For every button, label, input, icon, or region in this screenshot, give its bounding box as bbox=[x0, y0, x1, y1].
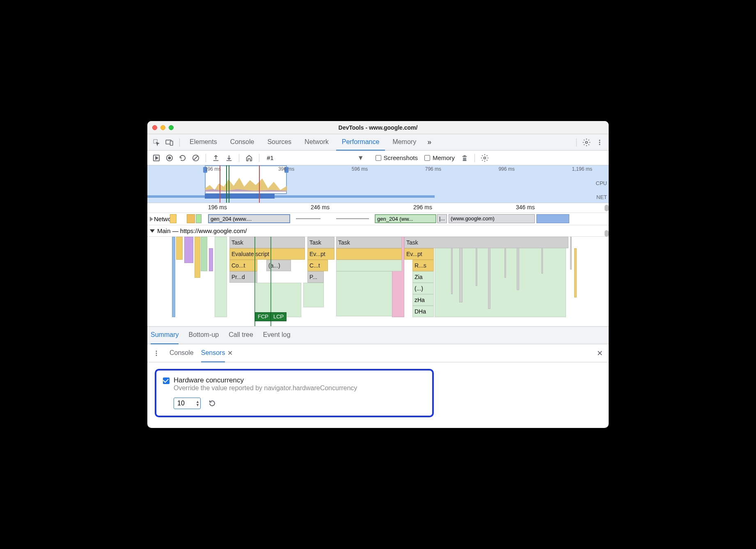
record-icon[interactable] bbox=[164, 152, 175, 164]
tab-memory[interactable]: Memory bbox=[387, 134, 422, 151]
number-stepper-icon[interactable]: ▲▼ bbox=[196, 400, 199, 407]
tab-sources[interactable]: Sources bbox=[261, 134, 297, 151]
download-icon[interactable] bbox=[223, 152, 235, 164]
reload-icon[interactable] bbox=[177, 152, 188, 164]
clear-icon[interactable] bbox=[190, 152, 202, 164]
timeline-ruler: 196 ms 246 ms 296 ms 346 ms bbox=[147, 203, 609, 213]
drawer-tab-sensors[interactable]: Sensors bbox=[201, 344, 225, 362]
flame-entry[interactable]: Co...t bbox=[229, 260, 257, 271]
flame-entry[interactable]: zHa bbox=[412, 294, 434, 306]
flame-entry[interactable]: (...) bbox=[412, 283, 434, 294]
more-tabs-icon[interactable]: » bbox=[424, 137, 435, 148]
flame-bar[interactable] bbox=[570, 237, 572, 270]
device-toolbar-icon[interactable] bbox=[164, 137, 175, 148]
svg-point-6 bbox=[599, 144, 600, 145]
hardware-concurrency-checkbox[interactable] bbox=[163, 377, 170, 384]
flame-entry[interactable]: Task bbox=[229, 237, 305, 248]
flame-bar[interactable] bbox=[215, 237, 227, 317]
net-label: NET bbox=[596, 194, 607, 200]
network-entry[interactable]: (www.google.com) bbox=[449, 214, 535, 223]
flame-bar[interactable] bbox=[172, 237, 175, 317]
profile-selector[interactable]: #1 bbox=[263, 154, 280, 161]
flame-entry[interactable]: C...t bbox=[307, 260, 328, 271]
cpu-mini-chart bbox=[205, 174, 287, 192]
flame-entry[interactable]: Task bbox=[307, 237, 334, 248]
checkbox-icon bbox=[376, 155, 381, 161]
screenshots-checkbox[interactable]: Screenshots bbox=[373, 154, 420, 161]
minimize-window-button[interactable] bbox=[160, 125, 165, 130]
flame-bar[interactable] bbox=[435, 237, 566, 317]
close-drawer-icon[interactable]: ✕ bbox=[594, 349, 605, 358]
flame-bar[interactable] bbox=[336, 271, 398, 316]
upload-icon[interactable] bbox=[210, 152, 222, 164]
drawer-tab-console[interactable]: Console bbox=[170, 344, 194, 362]
flame-bar[interactable] bbox=[303, 283, 324, 307]
network-entry[interactable]: gen_204 (www.... bbox=[208, 214, 290, 223]
subtab-call-tree[interactable]: Call tree bbox=[229, 326, 253, 344]
flame-entry[interactable] bbox=[336, 260, 402, 271]
tab-console[interactable]: Console bbox=[225, 134, 260, 151]
record-paused-icon[interactable] bbox=[151, 152, 162, 164]
flame-entry[interactable]: Task bbox=[404, 237, 568, 248]
cpu-label: CPU bbox=[596, 180, 607, 186]
flame-entry[interactable]: Task bbox=[336, 237, 402, 248]
reset-icon[interactable] bbox=[206, 398, 218, 409]
home-icon[interactable] bbox=[243, 152, 255, 164]
network-entry[interactable]: gen_204 (ww... bbox=[375, 214, 436, 223]
flame-entry[interactable]: Evaluate script bbox=[229, 248, 305, 260]
drawer-menu-icon[interactable] bbox=[151, 348, 162, 359]
network-track[interactable]: Network gen_204 (www.... gen_204 (ww... … bbox=[147, 213, 609, 225]
expand-icon[interactable] bbox=[150, 217, 153, 222]
flame-entry[interactable]: (a...) bbox=[266, 260, 291, 271]
zoom-window-button[interactable] bbox=[169, 125, 174, 130]
flame-entry[interactable]: R...s bbox=[412, 260, 434, 271]
flame-entry[interactable]: DHa bbox=[412, 306, 434, 317]
flame-entry[interactable]: Ev...pt bbox=[307, 248, 334, 260]
timing-marker[interactable]: FCP bbox=[255, 312, 271, 321]
close-window-button[interactable] bbox=[152, 125, 157, 130]
flame-bar[interactable] bbox=[184, 237, 193, 263]
detail-tabs: Summary Bottom-up Call tree Event log bbox=[147, 326, 609, 344]
flame-bar[interactable] bbox=[209, 248, 213, 271]
main-track-header[interactable]: Main — https://www.google.com/ bbox=[147, 225, 609, 237]
capture-settings-icon[interactable] bbox=[479, 152, 490, 164]
garbage-collect-icon[interactable] bbox=[459, 152, 470, 164]
scrollbar-thumb[interactable] bbox=[605, 205, 609, 211]
tab-elements[interactable]: Elements bbox=[184, 134, 223, 151]
flame-bar[interactable] bbox=[195, 237, 200, 278]
overview-ruler: 196 ms 396 ms 596 ms 796 ms 996 ms 1,196… bbox=[147, 165, 609, 173]
hardware-concurrency-input[interactable]: 10 ▲▼ bbox=[174, 398, 201, 409]
svg-point-9 bbox=[168, 157, 170, 159]
scrollbar-thumb[interactable] bbox=[605, 230, 609, 237]
subtab-bottom-up[interactable]: Bottom-up bbox=[188, 326, 219, 344]
timing-marker[interactable]: LCP bbox=[270, 312, 286, 321]
flame-bar[interactable] bbox=[574, 248, 577, 297]
settings-icon[interactable] bbox=[581, 137, 592, 148]
overview-pane[interactable]: 196 ms 396 ms 596 ms 796 ms 996 ms 1,196… bbox=[147, 165, 609, 203]
flame-entry[interactable] bbox=[336, 248, 402, 260]
svg-point-12 bbox=[156, 350, 157, 352]
network-entry[interactable]: |... bbox=[437, 214, 447, 223]
tab-network[interactable]: Network bbox=[299, 134, 334, 151]
flame-entry[interactable]: Ev...pt bbox=[404, 248, 434, 260]
flame-entry[interactable]: Pr...d bbox=[229, 271, 257, 283]
flame-chart[interactable]: TaskTaskTaskTaskEvaluate scriptEv...ptEv… bbox=[147, 237, 609, 326]
tab-performance[interactable]: Performance bbox=[336, 134, 385, 151]
memory-checkbox[interactable]: Memory bbox=[422, 154, 457, 161]
kebab-menu-icon[interactable] bbox=[594, 137, 605, 148]
flame-bar[interactable] bbox=[201, 237, 207, 271]
hardware-concurrency-subtitle: Override the value reported by navigator… bbox=[174, 384, 357, 392]
collapse-icon[interactable] bbox=[150, 229, 155, 233]
network-entry[interactable] bbox=[536, 214, 569, 223]
flame-entry[interactable]: Zia bbox=[412, 271, 434, 283]
svg-point-3 bbox=[586, 141, 588, 143]
subtab-summary[interactable]: Summary bbox=[151, 326, 179, 344]
chevron-down-icon[interactable]: ▼ bbox=[357, 154, 364, 162]
inspect-element-icon[interactable] bbox=[151, 137, 162, 148]
subtab-event-log[interactable]: Event log bbox=[263, 326, 291, 344]
flame-bar[interactable] bbox=[176, 237, 183, 260]
flame-entry[interactable]: P... bbox=[307, 271, 324, 283]
main-track-label: Main — https://www.google.com/ bbox=[157, 227, 247, 234]
close-tab-icon[interactable]: ✕ bbox=[227, 349, 233, 357]
svg-point-4 bbox=[599, 140, 600, 141]
